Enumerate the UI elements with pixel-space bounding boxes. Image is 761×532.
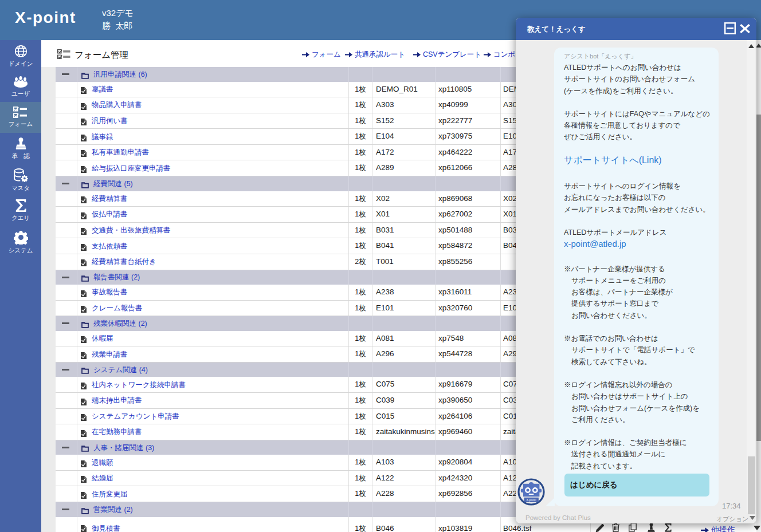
svg-text:X-point!: X-point!: [527, 498, 536, 502]
